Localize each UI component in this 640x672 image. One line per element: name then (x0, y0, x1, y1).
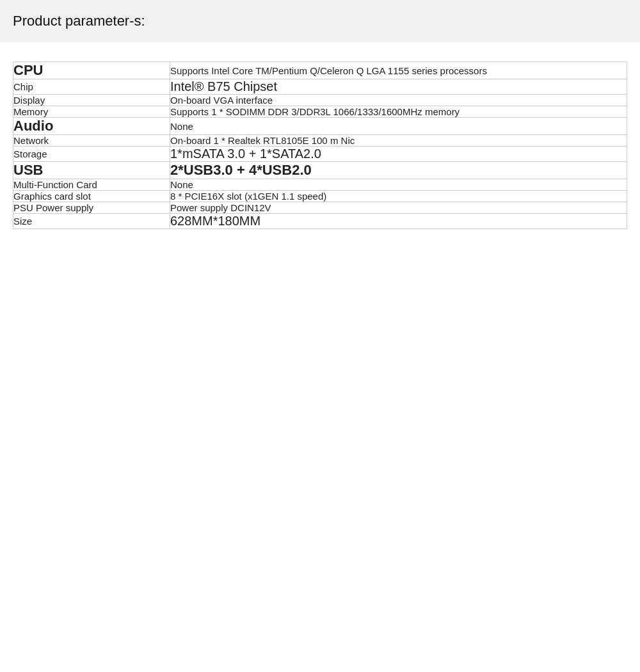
spec-label-chip: Chip (13, 79, 170, 95)
table-row: PSU Power supplyPower supply DCIN12V (13, 202, 627, 214)
spec-label-graphics-card-slot: Graphics card slot (13, 191, 170, 202)
spec-label-usb: USB (13, 162, 170, 179)
table-row: Multi-Function CardNone (13, 179, 627, 191)
spec-value-graphics-card-slot: 8 * PCIE16X slot (x1GEN 1.1 speed) (170, 191, 627, 202)
spec-label-network: Network (13, 135, 170, 147)
table-row: Storage1*mSATA 3.0 + 1*SATA2.0 (13, 147, 627, 162)
table-row: USB2*USB3.0 + 4*USB2.0 (13, 162, 627, 179)
spec-value-memory: Supports 1 * SODIMM DDR 3/DDR3L 1066/133… (170, 106, 627, 118)
table-row: CPUSupports Intel Core TM/Pentium Q/Cele… (13, 62, 627, 79)
spec-value-multi-function-card: None (170, 179, 627, 191)
spec-label-audio: Audio (13, 118, 170, 135)
specs-table: CPUSupports Intel Core TM/Pentium Q/Cele… (13, 61, 627, 229)
spec-value-size: 628MM*180MM (170, 214, 627, 229)
spec-value-psu-power-supply: Power supply DCIN12V (170, 202, 627, 214)
spec-value-audio: None (170, 118, 627, 135)
spec-label-size: Size (13, 214, 170, 229)
table-row: DisplayOn-board VGA interface (13, 95, 627, 106)
table-row: ChipIntel® B75 Chipset (13, 79, 627, 95)
table-row: NetworkOn-board 1 * Realtek RTL8105E 100… (13, 135, 627, 147)
table-row: Graphics card slot8 * PCIE16X slot (x1GE… (13, 191, 627, 202)
table-row: MemorySupports 1 * SODIMM DDR 3/DDR3L 10… (13, 106, 627, 118)
table-row: Size628MM*180MM (13, 214, 627, 229)
page-title: Product parameter-s: (13, 13, 627, 29)
spec-label-cpu: CPU (13, 62, 170, 79)
spec-value-display: On-board VGA interface (170, 95, 627, 106)
spec-value-usb: 2*USB3.0 + 4*USB2.0 (170, 162, 627, 179)
spec-value-network: On-board 1 * Realtek RTL8105E 100 m Nic (170, 135, 627, 147)
table-row: AudioNone (13, 118, 627, 135)
spec-label-storage: Storage (13, 147, 170, 162)
spec-label-multi-function-card: Multi-Function Card (13, 179, 170, 191)
spec-label-memory: Memory (13, 106, 170, 118)
page-header: Product parameter-s: (0, 0, 640, 42)
spec-value-chip: Intel® B75 Chipset (170, 79, 627, 95)
spec-label-psu-power-supply: PSU Power supply (13, 202, 170, 214)
spec-value-storage: 1*mSATA 3.0 + 1*SATA2.0 (170, 147, 627, 162)
spec-label-display: Display (13, 95, 170, 106)
spec-value-cpu: Supports Intel Core TM/Pentium Q/Celeron… (170, 62, 627, 79)
